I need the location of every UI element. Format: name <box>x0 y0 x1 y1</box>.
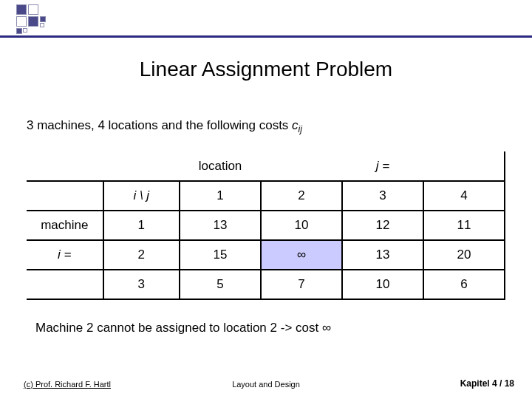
subtitle-ij: ij <box>299 124 302 134</box>
cell: 12 <box>342 211 423 240</box>
cell: 13 <box>342 240 423 270</box>
cost-table: location j = i \ j 1 2 3 4 machine 1 13 … <box>27 151 505 300</box>
row-label-ieq: i = <box>27 240 103 270</box>
subtitle-text: 3 machines, 4 locations and the followin… <box>27 118 292 132</box>
cell: 10 <box>342 270 423 299</box>
corner-decoration <box>0 0 532 41</box>
footer-page: Kapitel 4 / 18 <box>460 378 514 389</box>
header-jeq: j = <box>342 151 423 181</box>
slide-subtitle: 3 machines, 4 locations and the followin… <box>27 118 302 134</box>
row-i-1: 1 <box>103 211 180 240</box>
col-4: 4 <box>423 181 505 211</box>
row-label-empty <box>27 270 103 299</box>
cell: 20 <box>423 240 505 270</box>
top-rule <box>0 35 532 38</box>
cell: 13 <box>180 211 261 240</box>
col-1: 1 <box>180 181 261 211</box>
col-2: 2 <box>261 181 342 211</box>
cell: 10 <box>261 211 342 240</box>
col-3: 3 <box>342 181 423 211</box>
constraint-note: Machine 2 cannot be assigned to location… <box>35 321 331 335</box>
row-label-empty <box>27 181 103 211</box>
row-label-machine: machine <box>27 211 103 240</box>
row-i-2: 2 <box>103 240 180 270</box>
cell: 11 <box>423 211 505 240</box>
cell: 7 <box>261 270 342 299</box>
cell: 15 <box>180 240 261 270</box>
cell: 5 <box>180 270 261 299</box>
header-location: location <box>180 151 261 181</box>
footer: (c) Prof. Richard F. Hartl Layout and De… <box>0 374 532 389</box>
cell: 6 <box>423 270 505 299</box>
footer-title: Layout and Design <box>0 380 532 389</box>
header-ij: i \ j <box>103 181 180 211</box>
slide-title: Linear Assignment Problem <box>0 58 532 81</box>
row-i-3: 3 <box>103 270 180 299</box>
cell-highlight: ∞ <box>261 240 342 270</box>
subtitle-c: c <box>292 118 299 132</box>
